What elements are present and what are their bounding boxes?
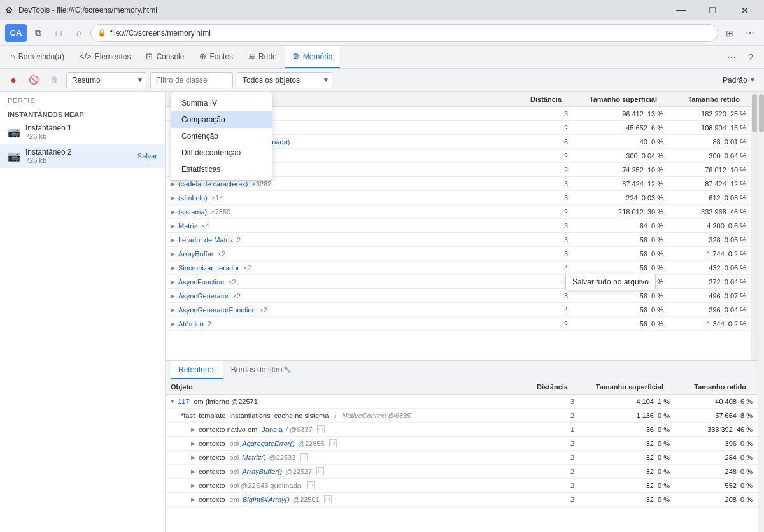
dropdown-item-estatisticas[interactable]: Estatísticas: [171, 161, 272, 178]
obj-ref: @22501: [293, 496, 320, 503]
td-surf: 56 0 %: [573, 306, 668, 314]
obj-count: 2: [208, 320, 211, 328]
tab-console[interactable]: ⊡ Console: [138, 46, 192, 68]
expand-icon[interactable]: ▶: [171, 321, 175, 327]
table-row-iterador[interactable]: ▶ Iterador de Matriz 2 3 56 0 % 328 0.05…: [166, 233, 751, 247]
delete-button[interactable]: 🗑: [46, 72, 62, 88]
obj-name: AsyncGeneratorFunction: [178, 306, 256, 314]
table-row-simbolo[interactable]: ▶ (símbolo) ×14 3 224 0.03 % 612 0.08 %: [166, 191, 751, 205]
bottom-row-6[interactable]: ▶ contexto pol ArrayBuffer() @22527 □ 2 …: [166, 465, 758, 479]
content-scrollbar[interactable]: [758, 92, 764, 532]
btd-obj: ▶ contexto nativo em Janela / @6337 □: [166, 425, 528, 433]
table-row-sistema[interactable]: ▶ (sistema) ×7350 2 218 012 30 % 332 968…: [166, 205, 751, 219]
expand-icon[interactable]: ▶: [171, 195, 175, 201]
expand-icon[interactable]: ▶: [171, 237, 175, 243]
expand-icon[interactable]: ▶: [171, 181, 175, 187]
expand-icon[interactable]: ▶: [191, 496, 195, 503]
clear-button[interactable]: 🚫: [25, 72, 42, 88]
obj-name: (sistema): [178, 208, 207, 216]
snapshot-item-1[interactable]: 📷 Instantâneo 1 726 kb: [0, 120, 165, 144]
content-scrollbar-thumb[interactable]: [759, 94, 764, 132]
expand-icon[interactable]: ▶: [171, 279, 175, 285]
tab-help-button[interactable]: ?: [742, 49, 759, 66]
new-window-button[interactable]: □: [50, 24, 67, 42]
expand-icon[interactable]: ▾: [171, 397, 174, 405]
obj-count: ×2: [217, 250, 225, 258]
titlebar-controls: — □ ✕: [666, 0, 759, 20]
obj-count: ×2: [260, 306, 268, 314]
tab-more-button[interactable]: ⋯: [723, 49, 740, 66]
link-icon[interactable]: □: [316, 467, 324, 475]
table-row-arraybuffer[interactable]: ▶ ArrayBuffer ×2 3 56 0 % 1 744 0.2 %: [166, 247, 751, 261]
bottom-row-5[interactable]: ▶ contexto pol Matriz() @22533 □ 2 32 0 …: [166, 451, 758, 465]
td-ret: 87 424 12 %: [668, 180, 751, 188]
expand-icon[interactable]: ▶: [191, 440, 195, 447]
maximize-button[interactable]: □: [698, 0, 727, 20]
link-icon[interactable]: □: [317, 425, 325, 433]
main-scrollbar[interactable]: [751, 92, 758, 360]
link-icon[interactable]: □: [324, 495, 332, 503]
bottom-row-1[interactable]: ▾ 117 em (interno @22571 3 4 104 1 % 40 …: [166, 395, 758, 409]
tab-retentores[interactable]: Retentores: [171, 361, 223, 379]
bottom-row-3[interactable]: ▶ contexto nativo em Janela / @6337 □ 1 …: [166, 423, 758, 437]
td-dist: 4: [522, 264, 573, 272]
sidebar: Perfis INSTANTÂNEOS HEAP 📷 Instantâneo 1…: [0, 92, 166, 532]
expand-icon[interactable]: ▶: [191, 426, 195, 433]
tab-bordas[interactable]: Bordas de filtro 🔧: [223, 361, 299, 379]
table-row-matriz[interactable]: ▶ Matriz ×4 3 64 0 % 4 200 0.6 %: [166, 219, 751, 233]
table-row-atomico[interactable]: ▶ Atômico 2 2 56 0 % 1 344 0.2 %: [166, 317, 751, 331]
minimize-button[interactable]: —: [666, 0, 695, 20]
table-row-asyncgenfunc[interactable]: ▶ AsyncGeneratorFunction ×2 4 56 0 % 296…: [166, 303, 751, 317]
bottom-row-2[interactable]: *fast_template_instantiations_cache no s…: [166, 409, 758, 423]
default-select[interactable]: Padrão: [719, 72, 759, 88]
expand-icon[interactable]: ▶: [171, 307, 175, 313]
tab-boas-vindas[interactable]: ⌂ Bem-vindo(a): [3, 46, 72, 68]
link-icon[interactable]: □: [300, 453, 308, 461]
dropdown-item-summa[interactable]: Summa IV: [171, 95, 272, 111]
all-objects-select[interactable]: Todos os objetos: [237, 72, 332, 88]
snapshot-item-2[interactable]: 📷 Instantâneo 2 726 kb Salvar: [0, 144, 165, 168]
elements-tab-icon: </>: [80, 52, 92, 61]
expand-icon[interactable]: ▶: [171, 209, 175, 215]
obj-func: Matriz(): [242, 454, 265, 461]
obj-label: pol: [230, 468, 239, 475]
expand-icon[interactable]: ▶: [191, 482, 195, 489]
expand-icon[interactable]: ▶: [171, 293, 175, 299]
dropdown-item-comparacao[interactable]: Comparação: [171, 111, 272, 128]
bottom-row-8[interactable]: ▶ contexto em BigInt64Array() @22501 □ 2…: [166, 493, 758, 507]
snapshot-save-2[interactable]: Salvar: [138, 152, 157, 160]
link-icon[interactable]: □: [329, 439, 337, 447]
th-surface: Tamanho superficial: [567, 95, 662, 103]
dropdown-item-contencao[interactable]: Contenção: [171, 128, 272, 144]
table-row-sync-iter[interactable]: ▶ Sincronizar Iterador ×2 4 56 0 % 432 0…: [166, 261, 751, 275]
link-icon[interactable]: □: [307, 481, 315, 489]
close-button[interactable]: ✕: [730, 0, 759, 20]
view-select[interactable]: Resumo Comparação Contenção Diff de cont…: [66, 72, 146, 88]
tab-memoria[interactable]: ⚙ Memória: [285, 46, 341, 68]
record-button[interactable]: ●: [5, 72, 22, 88]
extensions-button[interactable]: ⊞: [721, 24, 739, 42]
bottom-row-4[interactable]: ▶ contexto pol AggregateError() @22855 □…: [166, 437, 758, 451]
expand-icon[interactable]: ▶: [191, 454, 195, 461]
main-scrollbar-thumb[interactable]: [752, 94, 757, 132]
expand-icon[interactable]: ▶: [171, 265, 175, 271]
home-button[interactable]: ⌂: [70, 24, 88, 42]
tab-elementos[interactable]: </> Elementos: [72, 46, 139, 68]
expand-icon[interactable]: ▶: [191, 468, 195, 475]
bottom-row-7[interactable]: ▶ contexto pol @22S43 queimada □ 2 32 0 …: [166, 479, 758, 493]
td-ret: 108 904 15 %: [668, 124, 751, 132]
dropdown-item-diff[interactable]: Diff de contenção: [171, 144, 272, 161]
td-dist: 3: [522, 292, 573, 300]
copy-tab-button[interactable]: ⧉: [29, 24, 47, 42]
table-row-asyncgen[interactable]: ▶ AsyncGenerator ×2 3 56 0 % 496 0.07 %: [166, 289, 751, 303]
btd-surf: 4 104 1 %: [579, 398, 675, 405]
tab-fontes[interactable]: ⊕ Fontes: [192, 46, 241, 68]
btd-surf: 36 0 %: [579, 426, 675, 433]
expand-icon[interactable]: ▶: [171, 223, 175, 229]
more-button[interactable]: ⋯: [741, 24, 759, 42]
filter-input[interactable]: [150, 72, 233, 88]
expand-icon[interactable]: ▶: [171, 251, 175, 257]
tab-rede[interactable]: ≋ Rede: [241, 46, 285, 68]
address-bar[interactable]: 🔒 file:///C:/screens/memory.html: [90, 24, 718, 42]
table-row-asyncfunc[interactable]: ▶ AsyncFunction ×2 4 56 0 % 272 0.04 %: [166, 275, 751, 289]
